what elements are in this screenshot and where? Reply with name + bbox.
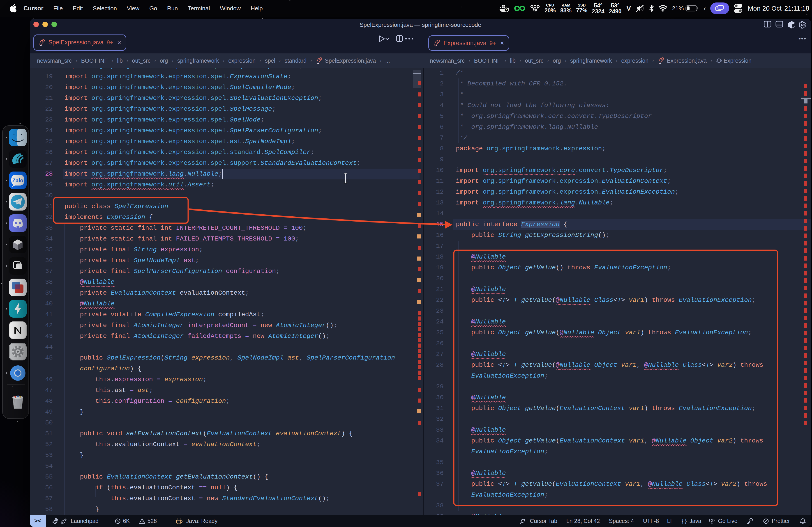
- svg-text:!: !: [506, 8, 507, 12]
- svg-text:Zalo: Zalo: [12, 177, 23, 183]
